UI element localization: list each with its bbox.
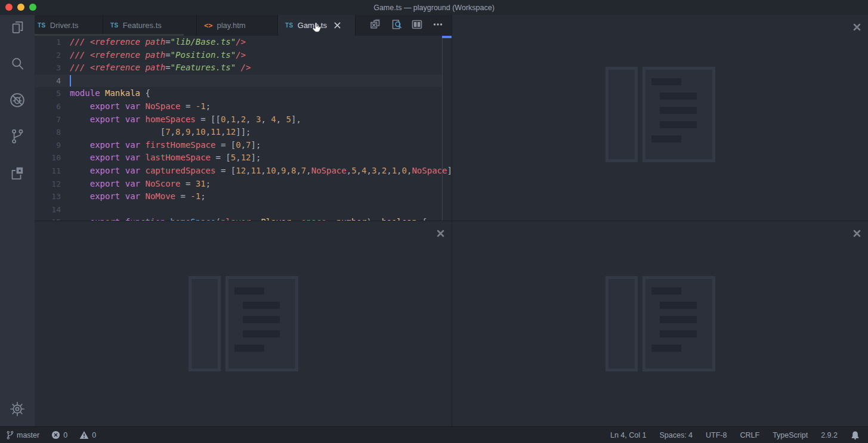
status-item-language-mode[interactable]: TypeScript xyxy=(773,431,808,439)
html-file-icon: <> xyxy=(204,21,212,30)
status-item-warnings[interactable]: 0 xyxy=(79,430,96,439)
tab-game-ts[interactable]: TSGame.ts xyxy=(278,15,356,36)
close-tab-icon[interactable] xyxy=(333,21,341,29)
search-page-icon xyxy=(390,18,402,33)
status-item-label: UTF-8 xyxy=(706,431,727,439)
editor-actions xyxy=(356,15,452,36)
tab-play-htm[interactable]: <>play.htm xyxy=(197,15,278,36)
status-item-label: 0 xyxy=(63,431,67,439)
code-line-9[interactable]: 9 export var firstHomeSpace = [0,7]; xyxy=(35,139,452,152)
tab-bar: TSDriver.tsTSFeatures.ts<>play.htmTSGame… xyxy=(35,15,452,36)
split-editor-button[interactable] xyxy=(411,20,423,32)
code-text: [7,8,9,10,11,12]]; xyxy=(70,126,251,139)
line-number: 12 xyxy=(35,178,61,191)
line-number: 5 xyxy=(35,87,61,100)
code-text: export var NoScore = 31; xyxy=(70,178,211,191)
editor-group-empty-bottom-left[interactable] xyxy=(35,221,452,426)
status-item-label: 0 xyxy=(92,431,96,439)
status-bar-right: Ln 4, Col 1Spaces: 4UTF-8CRLFTypeScript2… xyxy=(610,430,860,440)
search-editors-button[interactable] xyxy=(390,20,402,32)
status-item-label: master xyxy=(17,431,39,439)
close-window-button[interactable] xyxy=(5,4,13,11)
line-number: 14 xyxy=(35,203,61,216)
code-line-2[interactable]: 2/// <reference path="Position.ts"/> xyxy=(35,49,452,62)
tab-label: play.htm xyxy=(217,21,245,30)
code-line-3[interactable]: 3/// <reference path="Features.ts" /> xyxy=(35,61,452,75)
code-line-4[interactable]: 4 xyxy=(35,75,452,88)
empty-editor-watermark xyxy=(606,67,715,162)
status-item-notifications[interactable] xyxy=(851,430,860,440)
status-item-errors[interactable]: 0 xyxy=(51,430,67,439)
code-text: export var NoMove = -1; xyxy=(70,190,206,203)
overview-ruler-border xyxy=(442,36,443,221)
code-line-8[interactable]: 8 [7,8,9,10,11,12]]; xyxy=(35,126,452,139)
activity-bar-item-debug[interactable] xyxy=(9,94,26,109)
status-item-label: CRLF xyxy=(740,431,759,439)
line-number: 15 xyxy=(35,216,61,221)
code-line-10[interactable]: 10 export var lastHomeSpace = [5,12]; xyxy=(35,151,452,165)
status-item-eol[interactable]: CRLF xyxy=(740,431,759,439)
code-text: /// <reference path="Position.ts"/> xyxy=(70,49,246,62)
tab-features-ts[interactable]: TSFeatures.ts xyxy=(103,15,197,36)
line-number: 4 xyxy=(35,75,61,88)
status-item-git-branch[interactable]: master xyxy=(6,430,39,440)
title-bar[interactable]: Game.ts — playground (Workspace) xyxy=(0,0,868,15)
code-editor[interactable]: 1/// <reference path="lib/Base.ts"/>2///… xyxy=(35,36,452,221)
line-number: 3 xyxy=(35,61,61,75)
split-editor-icon xyxy=(411,18,423,33)
more-dots-icon xyxy=(432,18,444,33)
code-text: /// <reference path="Features.ts" /> xyxy=(70,61,251,75)
debug-disabled-icon xyxy=(9,92,26,111)
line-number: 7 xyxy=(35,113,61,126)
code-line-7[interactable]: 7 export var homeSpaces = [[0,1,2, 3, 4,… xyxy=(35,113,452,126)
status-item-indentation[interactable]: Spaces: 4 xyxy=(659,431,693,439)
close-editor-group-button[interactable] xyxy=(435,228,445,238)
activity-bar-item-settings[interactable] xyxy=(9,402,26,418)
activity-bar-item-explorer[interactable] xyxy=(9,21,26,36)
text-cursor xyxy=(70,75,71,86)
code-line-6[interactable]: 6 export var NoSpace = -1; xyxy=(35,100,452,113)
line-number: 2 xyxy=(35,49,61,62)
line-number: 10 xyxy=(35,151,61,165)
activity-bar-item-extensions[interactable] xyxy=(9,166,26,182)
close-editor-group-button[interactable] xyxy=(852,22,861,32)
minimize-window-button[interactable] xyxy=(17,4,24,11)
zoom-window-button[interactable] xyxy=(29,4,36,11)
code-text: export var lastHomeSpace = [5,12]; xyxy=(70,151,261,165)
code-text: export var firstHomeSpace = [0,7]; xyxy=(70,139,261,152)
code-line-13[interactable]: 13 export var NoMove = -1; xyxy=(35,190,452,203)
code-text: module Mankala { xyxy=(70,87,150,100)
more-actions-button[interactable] xyxy=(432,20,444,32)
code-line-5[interactable]: 5module Mankala { xyxy=(35,87,452,100)
status-bar-left: master00 xyxy=(6,430,96,440)
code-text: export var capturedSpaces = [12,11,10,9,… xyxy=(70,165,452,178)
editor-group-empty-bottom-right[interactable] xyxy=(452,221,868,426)
code-line-14[interactable]: 14 xyxy=(35,203,452,216)
tab-label: Driver.ts xyxy=(50,21,79,30)
line-number: 8 xyxy=(35,126,61,139)
empty-editor-watermark xyxy=(189,276,298,371)
typescript-file-icon: TS xyxy=(285,22,294,29)
activity-bar-item-source-control[interactable] xyxy=(9,130,26,145)
activity-bar-item-search[interactable] xyxy=(9,57,26,73)
close-editor-group-button[interactable] xyxy=(852,228,861,238)
tab-driver-ts[interactable]: TSDriver.ts xyxy=(35,15,103,36)
close-all-editors-button[interactable] xyxy=(369,20,381,32)
code-line-1[interactable]: 1/// <reference path="lib/Base.ts"/> xyxy=(35,36,452,49)
status-item-typescript-version[interactable]: 2.9.2 xyxy=(821,431,838,439)
code-line-15[interactable]: 15 export function homeSpace(player: Pla… xyxy=(35,216,452,221)
tab-label: Game.ts xyxy=(298,21,327,30)
status-item-label: Ln 4, Col 1 xyxy=(610,431,646,439)
extensions-icon xyxy=(10,165,26,184)
status-item-cursor-position[interactable]: Ln 4, Col 1 xyxy=(610,431,646,439)
typescript-file-icon: TS xyxy=(38,22,46,29)
code-line-12[interactable]: 12 export var NoScore = 31; xyxy=(35,178,452,191)
code-line-11[interactable]: 11 export var capturedSpaces = [12,11,10… xyxy=(35,165,452,178)
workbench: TSDriver.tsTSFeatures.ts<>play.htmTSGame… xyxy=(35,15,868,426)
editor-group-empty-top-right[interactable] xyxy=(452,15,868,221)
files-icon xyxy=(10,20,26,38)
status-item-encoding[interactable]: UTF-8 xyxy=(706,431,727,439)
editor-group-code: TSDriver.tsTSFeatures.ts<>play.htmTSGame… xyxy=(35,15,452,221)
code-text: export function homeSpace(player: Player… xyxy=(70,216,427,221)
tab-label: Features.ts xyxy=(123,21,162,30)
